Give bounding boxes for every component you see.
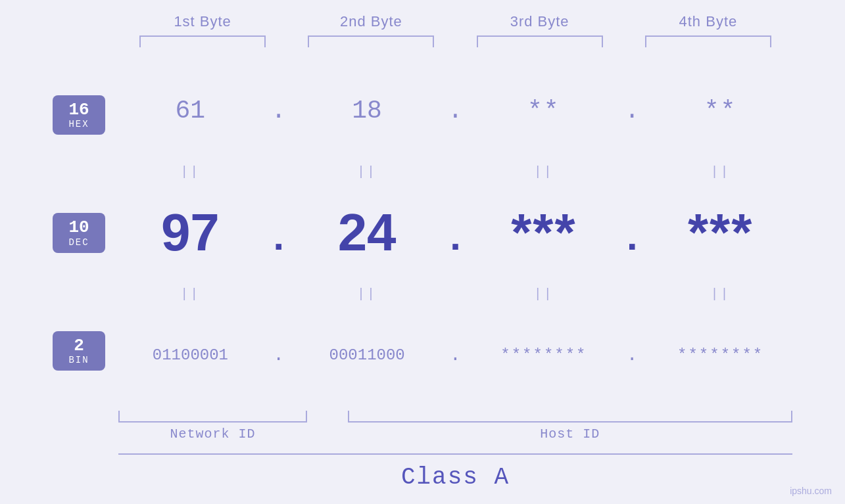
byte-header-3: 3rd Byte xyxy=(456,13,624,30)
equals-6: || xyxy=(295,286,439,302)
host-id-label: Host ID xyxy=(348,426,793,442)
dec-b4: *** xyxy=(688,202,753,263)
dec-name: DEC xyxy=(59,237,99,248)
dec-dot-3: . xyxy=(620,206,644,259)
value-grid: 61 . 18 . ** . ** xyxy=(118,59,792,407)
hex-row: 61 . 18 . ** . ** xyxy=(118,59,792,162)
equals-8: || xyxy=(648,286,792,302)
top-bracket-1 xyxy=(139,35,266,47)
equals-3: || xyxy=(472,164,616,179)
equals-7: || xyxy=(472,286,616,302)
bin-name: BIN xyxy=(59,355,99,365)
hex-b3: ** xyxy=(527,97,560,125)
bin-row: 01100001 . 00011000 . ******** . xyxy=(118,304,792,407)
bottom-bracket-host xyxy=(348,411,793,423)
network-id-label: Network ID xyxy=(118,426,307,442)
bin-badge: 2 BIN xyxy=(53,331,105,371)
equals-5: || xyxy=(118,286,262,302)
dec-number: 10 xyxy=(59,218,99,237)
hex-dot-3: . xyxy=(625,97,640,125)
class-line xyxy=(118,453,792,455)
main-container: 1st Byte 2nd Byte 3rd Byte 4th Byte 16 H… xyxy=(0,0,845,504)
top-bracket-3 xyxy=(477,35,603,47)
hex-dot-2: . xyxy=(448,97,463,125)
equals-2: || xyxy=(295,164,439,179)
class-label: Class A xyxy=(118,460,792,491)
equals-row-2: || || || || xyxy=(118,285,792,304)
network-host-labels: Network ID Host ID xyxy=(118,426,792,442)
hex-dot-1: . xyxy=(271,97,286,125)
dec-b1: 97 xyxy=(161,202,220,263)
bottom-bracket-network xyxy=(118,411,307,423)
bottom-bracket-row xyxy=(118,411,792,423)
base-labels-column: 16 HEX 10 DEC 2 BIN xyxy=(53,59,118,407)
bottom-brackets-section: Network ID Host ID Class A xyxy=(53,411,792,491)
bin-number: 2 xyxy=(59,336,99,355)
dec-b2: 24 xyxy=(338,202,397,263)
byte-header-4: 4th Byte xyxy=(624,13,792,30)
hex-number: 16 xyxy=(59,101,99,120)
main-content: 16 HEX 10 DEC 2 BIN 61 . xyxy=(53,59,792,407)
hex-b1: 61 xyxy=(176,97,206,125)
hex-b2: 18 xyxy=(352,97,382,125)
hex-badge: 16 HEX xyxy=(53,95,105,135)
top-bracket-2 xyxy=(308,35,434,47)
bin-b3: ******** xyxy=(500,346,587,364)
dec-dot-1: . xyxy=(267,206,291,259)
bin-b2: 00011000 xyxy=(329,346,405,364)
dec-dot-2: . xyxy=(443,206,467,259)
byte-header-2: 2nd Byte xyxy=(287,13,455,30)
bin-b4: ******** xyxy=(677,346,763,364)
byte-header-1: 1st Byte xyxy=(118,13,287,30)
bin-dot-2: . xyxy=(450,345,461,365)
bin-dot-1: . xyxy=(273,345,284,365)
equals-4: || xyxy=(648,164,792,179)
hex-b4: ** xyxy=(704,97,737,125)
dec-badge: 10 DEC xyxy=(53,213,105,253)
hex-name: HEX xyxy=(59,119,99,129)
watermark: ipshu.com xyxy=(790,486,832,496)
top-bracket-4 xyxy=(645,35,771,47)
dec-row: 97 . 24 . *** . *** xyxy=(118,181,792,284)
equals-row-1: || || || || xyxy=(118,162,792,181)
dec-b3: *** xyxy=(511,202,576,263)
bin-b1: 01100001 xyxy=(153,346,228,364)
bin-dot-3: . xyxy=(627,345,638,365)
equals-1: || xyxy=(118,164,262,179)
